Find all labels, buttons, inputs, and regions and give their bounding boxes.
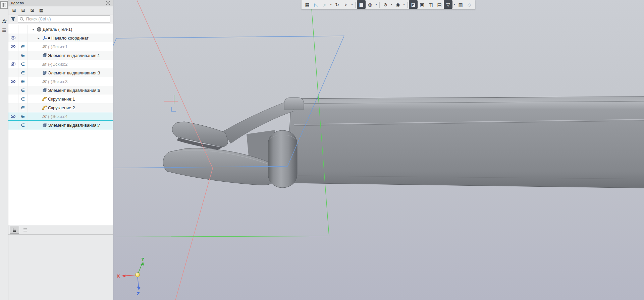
in-body-cell[interactable]	[18, 34, 28, 42]
beam-face[interactable]	[288, 97, 644, 188]
panel-bottom-tabs	[8, 225, 113, 235]
filter-funnel-icon[interactable]	[11, 17, 15, 21]
fx-variables-button[interactable]: fx	[0, 17, 8, 25]
tree-item-label: (-)Эскиз:1	[48, 44, 68, 49]
in-body-cell[interactable]: ∈	[18, 77, 28, 86]
tree-item-part[interactable]: ▾ Деталь (Тел-1)	[8, 25, 113, 34]
in-body-cell[interactable]: ∈	[18, 68, 28, 77]
gear-icon[interactable]	[106, 1, 110, 5]
properties-table-button[interactable]: ▥	[456, 0, 465, 9]
visibility-cell[interactable]	[8, 121, 18, 129]
hide-objects-button[interactable]: ⊘	[381, 0, 390, 9]
expander-icon[interactable]: ▾	[31, 27, 36, 31]
tree-item-fillet-2[interactable]: ∈ Скругление:2	[8, 103, 113, 112]
visibility-cell[interactable]	[8, 60, 18, 68]
section-display-button[interactable]: ▣	[418, 0, 426, 9]
visibility-cell[interactable]	[8, 103, 18, 112]
tree-view-tab[interactable]	[10, 226, 19, 234]
visibility-cell[interactable]	[8, 25, 18, 34]
visibility-cell[interactable]	[8, 86, 18, 95]
fillet-icon	[42, 97, 47, 102]
relations-button[interactable]: ⊠	[29, 7, 36, 13]
in-body-icon: ∈	[21, 88, 25, 93]
sketch-icon	[42, 44, 47, 49]
view-toolbar: ▦ ◺ ⌕ ▾ ↻ ⌖ ▾ ■ ◍ ▾ ⊘ ▾ ◉ ▾ ◪ ▣ ◫ ▤ ▽ ▾ …	[301, 0, 475, 9]
tree-item-sketch-1[interactable]: ∈ (-)Эскиз:1	[8, 42, 113, 51]
chevron-down-icon[interactable]: ▾	[452, 0, 456, 9]
chevron-down-icon[interactable]: ▾	[374, 0, 378, 9]
extrusion-icon	[42, 53, 47, 58]
in-body-cell[interactable]: ∈	[18, 42, 28, 51]
upper-fork-finger[interactable]	[172, 122, 228, 147]
top-cap[interactable]	[284, 98, 304, 109]
hide-in-components-button[interactable]: ◉	[393, 0, 402, 9]
additional-window-button[interactable]: ▦	[38, 7, 45, 13]
tree-item-extrusion-3[interactable]: ∈ Элемент выдавливания:3	[8, 68, 113, 77]
snap-grid-button[interactable]: ▦	[303, 0, 312, 9]
tree-item-sketch-3[interactable]: ∈ (-)Эскиз:3	[8, 77, 113, 86]
visibility-cell[interactable]	[8, 34, 18, 42]
toolbar-separator	[379, 2, 380, 8]
list-view-tab[interactable]	[20, 226, 30, 234]
tree-panel-header: Дерево	[8, 0, 113, 6]
tree-item-label: (-)Эскиз:2	[48, 62, 68, 67]
in-body-cell[interactable]: ∈	[18, 103, 28, 112]
visibility-cell[interactable]	[8, 42, 18, 51]
tree-panel-toggle-button[interactable]	[0, 1, 8, 9]
local-cs-button[interactable]: ◺	[312, 0, 320, 9]
clip-display-button[interactable]: ◪	[409, 0, 418, 9]
part-body[interactable]	[163, 97, 644, 188]
chevron-down-icon[interactable]: ▾	[402, 0, 406, 9]
zoom-button[interactable]: ⌕	[320, 0, 329, 9]
in-body-cell[interactable]: ∈	[18, 60, 28, 68]
in-body-cell[interactable]: ∈	[18, 95, 28, 103]
visibility-cell[interactable]	[8, 112, 18, 121]
zone-display-button[interactable]: ◫	[426, 0, 435, 9]
orientation-triad[interactable]: X Y Z	[117, 257, 145, 296]
pivot-pin[interactable]	[268, 130, 297, 188]
y-axis-label: Y	[141, 257, 145, 262]
main-menu-button[interactable]: ≡	[0, 26, 8, 34]
visibility-cell[interactable]	[8, 77, 18, 86]
shaded-display-button[interactable]: ■	[357, 0, 366, 9]
y-arrowhead	[141, 262, 144, 265]
tree-item-sketch-2[interactable]: ∈ (-)Эскиз:2	[8, 60, 113, 68]
tree-structure-button[interactable]: ⊞	[11, 7, 17, 13]
chevron-down-icon[interactable]: ▾	[329, 0, 333, 9]
in-body-cell[interactable]	[18, 25, 28, 34]
display-mode-button[interactable]: ◍	[366, 0, 374, 9]
panel-icon	[2, 3, 6, 7]
in-body-cell[interactable]: ∈	[18, 86, 28, 95]
tree-item-extrusion-7[interactable]: ∈ Элемент выдавливания:7	[8, 121, 113, 129]
visibility-cell[interactable]	[8, 68, 18, 77]
extrusion-icon	[42, 88, 47, 93]
tree-item-sketch-4[interactable]: ∈ (-)Эскиз:4	[8, 112, 113, 121]
visibility-cell[interactable]	[8, 95, 18, 103]
tree-item-origin[interactable]: ▸ ● Начало координат	[8, 34, 113, 42]
left-rail: fx ≡	[0, 0, 8, 300]
in-body-cell[interactable]: ∈	[18, 51, 28, 60]
visibility-cell[interactable]	[8, 51, 18, 60]
notations-button[interactable]: ▤	[435, 0, 444, 9]
in-body-cell[interactable]: ∈	[18, 112, 28, 121]
fillet-icon	[42, 105, 47, 110]
orbit-rotate-button[interactable]: ↻	[333, 0, 341, 9]
in-body-icon: ∈	[21, 45, 25, 49]
tree-item-extrusion-6[interactable]: ∈ Элемент выдавливания:6	[8, 86, 113, 95]
in-body-cell[interactable]: ∈	[18, 121, 28, 129]
search-input[interactable]	[18, 15, 110, 23]
zoom-icon: ⌕	[323, 2, 326, 7]
tree-item-label: Начало координат	[51, 36, 89, 41]
tree-item-extrusion-1[interactable]: ∈ Элемент выдавливания:1	[8, 51, 113, 60]
tree-composition-button[interactable]: ⊟	[20, 7, 26, 13]
expander-icon[interactable]: ▸	[36, 36, 41, 40]
filter-objects-button[interactable]: ▽	[444, 0, 452, 9]
tree-item-fillet-1[interactable]: ∈ Скругление:1	[8, 95, 113, 103]
tree-item-label: Скругление:1	[48, 97, 75, 102]
tree-item-label: Элемент выдавливания:3	[48, 70, 100, 75]
toolbar-separator	[355, 2, 356, 8]
chevron-down-icon[interactable]: ▾	[350, 0, 354, 9]
orientation-button[interactable]: ⌖	[341, 0, 350, 9]
eye-off-icon	[10, 114, 16, 118]
chevron-down-icon[interactable]: ▾	[390, 0, 393, 9]
